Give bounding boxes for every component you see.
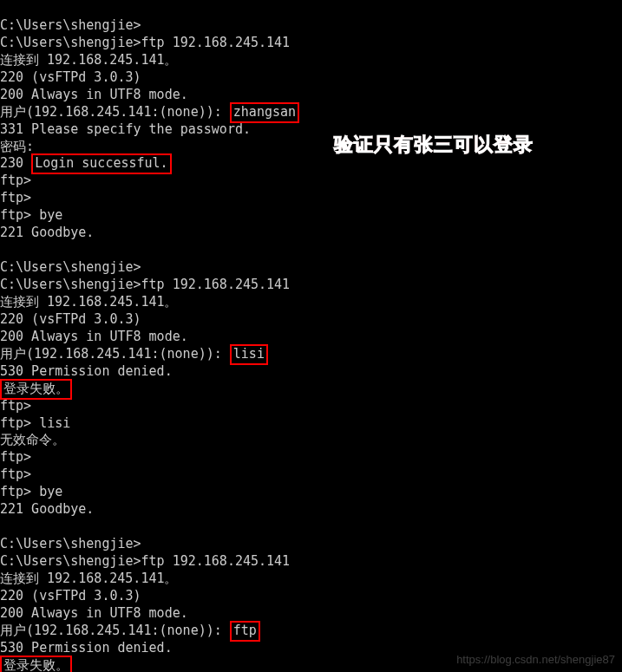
user-prompt-line: 用户(192.168.245.141:(none)): lisi	[0, 346, 622, 363]
resp-220: 220 (vsFTPd 3.0.3)	[0, 588, 622, 605]
invalid-cmd: 无效命令。	[0, 432, 622, 449]
terminal-output: C:\Users\shengjie>C:\Users\shengjie>ftp …	[0, 0, 622, 672]
ftp-prompt: ftp>	[0, 449, 622, 466]
ftp-prompt: ftp>	[0, 484, 31, 499]
username-highlight: zhangsan	[230, 102, 299, 123]
connecting-line: 连接到 192.168.245.141。	[0, 52, 622, 69]
login-fail-highlight: 登录失败。	[0, 379, 72, 400]
user-prompt: 用户(192.168.245.141:(none)):	[0, 623, 230, 638]
user-prompt: 用户(192.168.245.141:(none)):	[0, 104, 230, 120]
command: ftp 192.168.245.141	[141, 553, 291, 569]
user-prompt-line: 用户(192.168.245.141:(none)): zhangsan	[0, 104, 622, 121]
ftp-prompt: ftp>	[0, 173, 622, 190]
resp-230: 230 Login successful.	[0, 155, 622, 173]
annotation-label: 验证只有张三可以登录	[334, 132, 534, 157]
resp-230-prefix: 230	[0, 155, 31, 171]
bye-cmd: bye	[31, 484, 62, 499]
login-fail-line: 登录失败。	[0, 381, 622, 398]
bye-cmd: bye	[31, 207, 62, 223]
ftp-bye: ftp> bye	[0, 484, 622, 501]
cmd-line: C:\Users\shengjie>ftp 192.168.245.141	[0, 277, 622, 294]
resp-221: 221 Goodbye.	[0, 501, 622, 519]
command: ftp 192.168.245.141	[141, 277, 291, 292]
cmd-line: C:\Users\shengjie>ftp 192.168.245.141	[0, 553, 622, 571]
resp-200: 200 Always in UTF8 mode.	[0, 329, 622, 346]
cmd-line: C:\Users\shengjie>ftp 192.168.245.141	[0, 35, 622, 52]
username-highlight: lisi	[230, 344, 268, 365]
login-fail-highlight: 登录失败。	[0, 656, 72, 672]
prompt: C:\Users\shengjie>	[0, 277, 141, 292]
ftp-prompt: ftp>	[0, 466, 622, 484]
user-prompt: 用户(192.168.245.141:(none)):	[0, 346, 230, 362]
partial-line: C:\Users\shengjie>	[0, 17, 622, 35]
resp-220: 220 (vsFTPd 3.0.3)	[0, 311, 622, 329]
resp-530: 530 Permission denied.	[0, 363, 622, 381]
ftp-bye: ftp> bye	[0, 207, 622, 225]
ftp-prompt: ftp>	[0, 398, 622, 415]
ftp-prompt: ftp>	[0, 415, 31, 431]
lisi-cmd: lisi	[31, 415, 70, 431]
ftp-prompt: ftp>	[0, 207, 31, 223]
watermark-text: https://blog.csdn.net/shengjie87	[456, 652, 615, 667]
resp-200: 200 Always in UTF8 mode.	[0, 605, 622, 623]
blank	[0, 242, 622, 259]
resp-200: 200 Always in UTF8 mode.	[0, 87, 622, 104]
login-success-highlight: Login successful.	[31, 153, 172, 174]
ftp-lisi: ftp> lisi	[0, 415, 622, 433]
resp-220: 220 (vsFTPd 3.0.3)	[0, 69, 622, 87]
user-prompt-line: 用户(192.168.245.141:(none)): ftp	[0, 623, 622, 640]
blank	[0, 519, 622, 536]
command: ftp 192.168.245.141	[141, 35, 291, 50]
username-highlight: ftp	[230, 621, 260, 642]
prompt: C:\Users\shengjie>	[0, 35, 141, 50]
connecting-line: 连接到 192.168.245.141。	[0, 571, 622, 588]
shell-prompt: C:\Users\shengjie>	[0, 536, 622, 553]
prompt: C:\Users\shengjie>	[0, 553, 141, 569]
connecting-line: 连接到 192.168.245.141。	[0, 294, 622, 311]
shell-prompt: C:\Users\shengjie>	[0, 259, 622, 277]
ftp-prompt: ftp>	[0, 190, 622, 207]
resp-221: 221 Goodbye.	[0, 225, 622, 242]
